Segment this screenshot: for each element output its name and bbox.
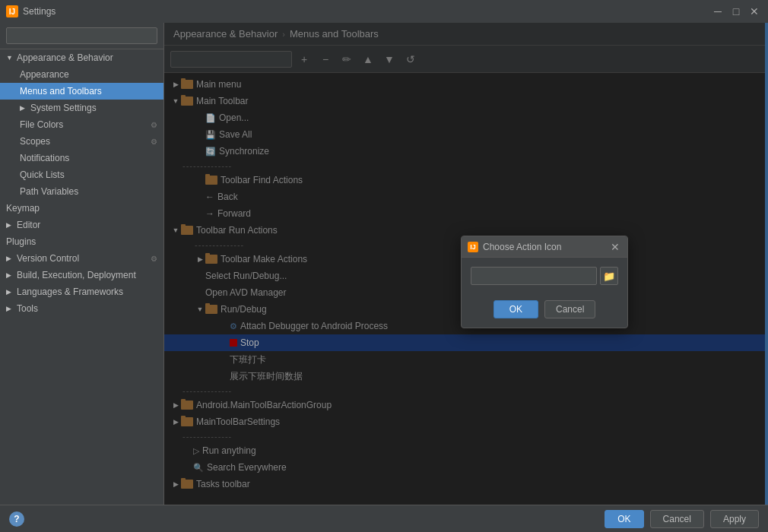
sidebar-item-build[interactable]: Build, Execution, Deployment — [0, 267, 163, 283]
modal-cancel-button[interactable]: Cancel — [544, 300, 595, 318]
choose-action-icon-dialog: IJ Choose Action Icon ✕ 📁 OK Cancel — [461, 236, 628, 328]
sidebar-item-plugins[interactable]: Plugins — [0, 233, 163, 250]
browse-button[interactable]: 📁 — [600, 267, 618, 285]
tools-toggle — [6, 305, 15, 312]
sidebar-item-file-colors[interactable]: File Colors ⚙ — [0, 116, 163, 133]
sidebar-item-version-control[interactable]: Version Control ⚙ — [0, 250, 163, 267]
title-bar: IJ Settings ─ □ ✕ — [0, 0, 768, 23]
sidebar-item-notifications[interactable]: Notifications — [0, 150, 163, 166]
sidebar-item-label: Appearance & Behavior — [17, 52, 113, 63]
apply-button[interactable]: Apply — [710, 510, 759, 528]
scopes-icon: ⚙ — [151, 138, 157, 146]
sidebar-item-scopes[interactable]: Scopes ⚙ — [0, 133, 163, 150]
modal-title: Choose Action Icon — [483, 242, 609, 252]
help-button[interactable]: ? — [9, 511, 24, 527]
appearance-label: Appearance — [20, 69, 69, 80]
sidebar-item-menus-toolbars[interactable]: Menus and Toolbars — [0, 83, 163, 100]
sidebar-item-appearance[interactable]: Appearance — [0, 66, 163, 83]
build-toggle — [6, 271, 15, 279]
quick-lists-label: Quick Lists — [20, 169, 65, 180]
path-variables-label: Path Variables — [20, 186, 78, 197]
appearance-behavior-toggle — [6, 54, 15, 62]
sidebar: Appearance & Behavior Appearance Menus a… — [0, 23, 164, 505]
icon-path-input[interactable] — [471, 267, 597, 285]
sidebar-search-container — [0, 23, 163, 49]
window-controls: ─ □ ✕ — [710, 4, 762, 19]
system-settings-toggle — [20, 104, 29, 112]
ok-button[interactable]: OK — [605, 510, 643, 528]
system-settings-label: System Settings — [30, 103, 97, 113]
vc-label: Version Control — [17, 253, 79, 264]
vc-toggle — [6, 255, 15, 262]
plugins-label: Plugins — [6, 236, 36, 247]
modal-input-row: 📁 — [471, 267, 618, 285]
editor-label: Editor — [17, 220, 40, 230]
sidebar-item-languages[interactable]: Languages & Frameworks — [0, 283, 163, 300]
modal-body: 📁 — [462, 258, 627, 294]
build-label: Build, Execution, Deployment — [17, 270, 136, 280]
tools-label: Tools — [17, 303, 38, 314]
minimize-button[interactable]: ─ — [710, 4, 725, 19]
window-title: Settings — [23, 6, 710, 17]
modal-close-button[interactable]: ✕ — [609, 241, 621, 253]
menus-toolbars-label: Menus and Toolbars — [20, 86, 102, 97]
close-button[interactable]: ✕ — [747, 4, 762, 19]
modal-ok-button[interactable]: OK — [493, 300, 538, 318]
main-panel: Appearance & Behavior › Menus and Toolba… — [164, 23, 768, 505]
maximize-button[interactable]: □ — [728, 4, 744, 19]
sidebar-item-system-settings[interactable]: System Settings — [0, 100, 163, 116]
sidebar-item-tools[interactable]: Tools — [0, 300, 163, 317]
footer: ? OK Cancel Apply — [0, 505, 768, 532]
app-icon: IJ — [6, 5, 18, 17]
lang-toggle — [6, 288, 15, 296]
modal-title-bar: IJ Choose Action Icon ✕ — [462, 236, 627, 258]
modal-app-icon: IJ — [468, 242, 478, 252]
cancel-button[interactable]: Cancel — [650, 510, 704, 528]
sidebar-item-path-variables[interactable]: Path Variables — [0, 183, 163, 200]
modal-overlay: IJ Choose Action Icon ✕ 📁 OK Cancel — [164, 23, 768, 505]
settings-window: IJ Settings ─ □ ✕ Appearance & Behavior … — [0, 0, 768, 532]
modal-footer: OK Cancel — [462, 294, 627, 328]
keymap-label: Keymap — [6, 203, 40, 214]
vc-settings-icon: ⚙ — [151, 255, 157, 263]
main-content: Appearance & Behavior Appearance Menus a… — [0, 23, 768, 505]
sidebar-item-appearance-behavior[interactable]: Appearance & Behavior — [0, 49, 163, 66]
sidebar-item-quick-lists[interactable]: Quick Lists — [0, 166, 163, 183]
notifications-label: Notifications — [20, 153, 69, 163]
lang-label: Languages & Frameworks — [17, 287, 123, 297]
file-colors-label: File Colors — [20, 119, 63, 130]
sidebar-item-keymap[interactable]: Keymap — [0, 200, 163, 217]
file-colors-icon: ⚙ — [151, 121, 157, 129]
scopes-label: Scopes — [20, 136, 50, 147]
editor-toggle — [6, 221, 15, 229]
sidebar-item-editor[interactable]: Editor — [0, 217, 163, 233]
sidebar-search-input[interactable] — [6, 27, 157, 44]
